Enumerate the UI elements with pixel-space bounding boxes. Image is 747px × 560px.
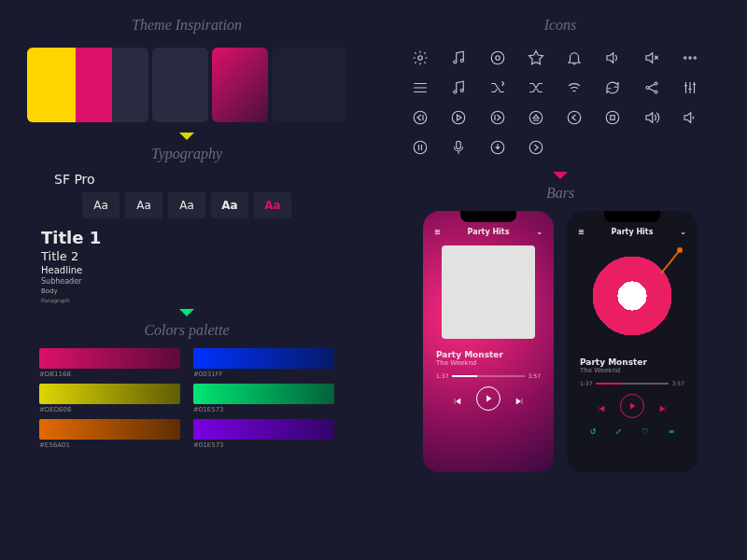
waveform: [595, 470, 698, 472]
settings-icon[interactable]: [411, 49, 430, 67]
thumb: [152, 48, 208, 122]
star-icon[interactable]: [527, 49, 545, 67]
time-elapsed: 1:37: [436, 372, 448, 379]
shuffle-off-icon[interactable]: [527, 78, 545, 97]
type-scale: Title 1 Title 2 Headline Subheader Body …: [26, 228, 347, 303]
progress-bar[interactable]: [452, 375, 524, 377]
weight-sample: Aa: [254, 192, 291, 218]
track-title: Party Monster: [436, 350, 541, 359]
vol-up-icon[interactable]: [642, 108, 661, 127]
menu-icon[interactable]: ≡: [434, 228, 441, 236]
swatch-hex: #01E573: [193, 441, 334, 449]
svg-point-1: [454, 61, 457, 63]
color-swatch: #DED606: [39, 384, 180, 413]
color-swatch: #DB1168: [39, 348, 180, 378]
disc-icon[interactable]: [488, 49, 507, 67]
more-icon[interactable]: [681, 49, 699, 67]
track-artist: The Weeknd: [580, 367, 684, 374]
weight-sample: Aa: [211, 192, 248, 218]
time-total: 3:57: [672, 380, 684, 386]
play-button[interactable]: [620, 394, 644, 418]
weight-sample: Aa: [82, 192, 120, 218]
download-icon[interactable]: [488, 138, 507, 157]
type-paragraph: Paragraph: [41, 297, 347, 303]
svg-rect-19: [611, 116, 615, 120]
section-title-typography: Typography: [26, 146, 347, 162]
color-swatch: #01E573: [193, 419, 334, 449]
play-button[interactable]: [476, 386, 500, 411]
refresh-icon[interactable]: [603, 78, 622, 97]
thumb: [272, 48, 346, 122]
svg-point-9: [461, 90, 464, 92]
color-swatch: #E56A01: [39, 419, 180, 449]
menu-icon[interactable]: ≡: [578, 228, 585, 236]
weight-sample: Aa: [168, 192, 205, 218]
mute-icon[interactable]: [642, 49, 661, 67]
stop-icon[interactable]: [603, 108, 622, 127]
svg-point-2: [461, 60, 464, 63]
font-weights: Aa Aa Aa Aa Aa: [26, 192, 347, 218]
menu-icon[interactable]: [411, 78, 430, 97]
next-button[interactable]: [514, 393, 525, 404]
queue-icon[interactable]: ≡: [669, 427, 675, 436]
shuffle-icon[interactable]: ⤢: [615, 427, 622, 436]
swatch-hex: #0031FF: [193, 371, 334, 378]
extra-controls: ↺ ⤢ ♡ ≡: [567, 424, 698, 440]
section-title-inspiration: Theme Inspiration: [26, 17, 347, 34]
svg-point-18: [607, 111, 620, 124]
prev-track-icon[interactable]: [565, 108, 584, 127]
svg-point-24: [677, 247, 683, 253]
svg-point-17: [568, 111, 581, 124]
svg-point-15: [491, 111, 504, 124]
progress-bar[interactable]: [596, 383, 668, 385]
skip-icon[interactable]: [488, 108, 507, 127]
volume-icon[interactable]: [603, 49, 622, 67]
arrow-down-icon: [179, 133, 194, 140]
svg-point-8: [454, 91, 457, 93]
notch: [460, 211, 516, 222]
next-circle-icon[interactable]: [527, 138, 545, 157]
chevron-down-icon[interactable]: ⌄: [680, 228, 686, 236]
playlist-title: Party Hits: [468, 228, 510, 236]
svg-point-10: [646, 87, 649, 90]
prev-button[interactable]: [452, 393, 463, 404]
svg-point-16: [529, 111, 543, 124]
prev-button[interactable]: [596, 400, 607, 412]
type-title1: Title 1: [41, 228, 347, 247]
section-title-bars: Bars: [392, 185, 728, 202]
type-headline: Headline: [41, 265, 347, 275]
thumb: [212, 48, 268, 122]
equalizer-icon[interactable]: [681, 78, 699, 97]
vol-down-icon[interactable]: [681, 108, 699, 127]
chevron-down-icon[interactable]: ⌄: [536, 228, 543, 236]
heart-icon[interactable]: ♡: [641, 427, 648, 436]
mic-icon[interactable]: [449, 138, 468, 157]
time-elapsed: 1:37: [580, 380, 592, 386]
section-title-icons: Icons: [392, 17, 728, 34]
svg-point-4: [495, 56, 500, 61]
bell-icon[interactable]: [565, 49, 584, 67]
rewind-icon[interactable]: [411, 108, 430, 127]
next-button[interactable]: [657, 400, 669, 412]
weight-sample: Aa: [125, 192, 162, 218]
music-icon[interactable]: [449, 78, 468, 97]
svg-point-3: [491, 51, 504, 64]
shuffle-icon[interactable]: [488, 78, 507, 97]
svg-point-23: [529, 141, 543, 154]
svg-rect-21: [457, 141, 461, 148]
color-palette: #DB1168#0031FF#DED606#01E573#E56A01#01E5…: [26, 348, 347, 449]
track-artist: The Weeknd: [436, 359, 541, 367]
svg-point-14: [453, 111, 466, 124]
repeat-icon[interactable]: ↺: [590, 427, 597, 436]
pause-icon[interactable]: [411, 138, 430, 157]
share-icon[interactable]: [642, 78, 661, 97]
vinyl-artwork: [585, 249, 679, 343]
font-family-label: SF Pro: [26, 172, 347, 187]
playlist-title: Party Hits: [612, 228, 654, 236]
type-body: Body: [41, 287, 347, 295]
play-circle-icon[interactable]: [449, 108, 468, 127]
swatch-hex: #01E573: [193, 406, 334, 413]
note-icon[interactable]: [449, 49, 468, 67]
wifi-icon[interactable]: [565, 78, 584, 97]
eject-icon[interactable]: [527, 108, 545, 127]
